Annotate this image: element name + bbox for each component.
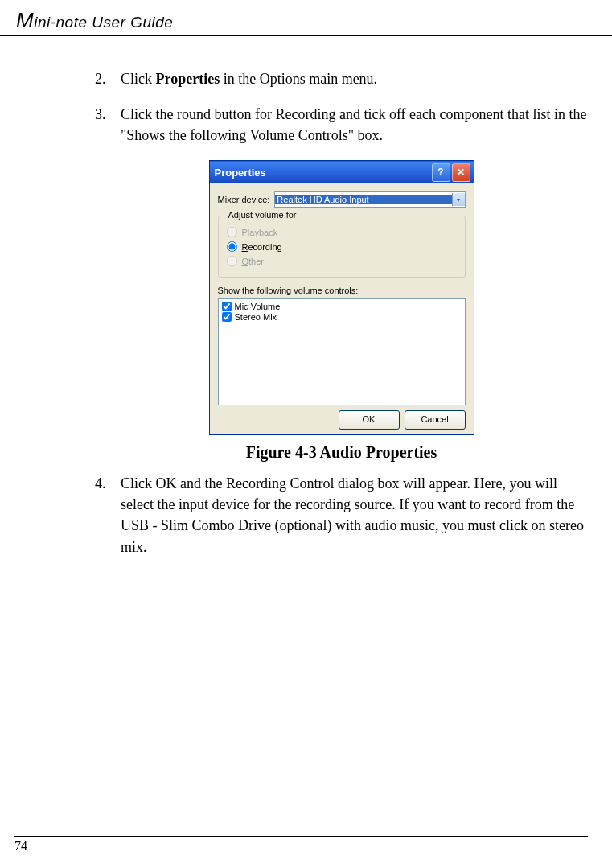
properties-dialog: Properties ? ✕ Mixer device: Realtek HD … xyxy=(209,160,474,435)
step-number: 4. xyxy=(95,473,121,557)
window-title: Properties xyxy=(215,167,430,179)
checkbox-mic-input[interactable] xyxy=(222,302,232,311)
dialog-container: Properties ? ✕ Mixer device: Realtek HD … xyxy=(95,160,588,435)
checkbox-mic-label: Mic Volume xyxy=(235,302,281,311)
radio-other: Other xyxy=(227,256,457,266)
step-text: Click Properties in the Options main men… xyxy=(121,68,588,89)
radio-playback: Playback xyxy=(227,227,457,237)
step-text: Click OK and the Recording Control dialo… xyxy=(121,473,588,557)
mixer-device-label: Mixer device: xyxy=(218,195,270,204)
dialog-body: Mixer device: Realtek HD Audio Input ▾ A… xyxy=(210,183,474,434)
step-text: Click the round button for Recording and… xyxy=(121,104,588,146)
show-controls-label: Show the following volume controls: xyxy=(218,286,466,295)
radio-other-input xyxy=(227,256,237,266)
figure-caption: Figure 4-3 Audio Properties xyxy=(95,443,588,462)
ok-button[interactable]: OK xyxy=(339,410,400,430)
checkbox-mic-volume[interactable]: Mic Volume xyxy=(222,302,462,311)
content: 2. Click Properties in the Options main … xyxy=(0,36,612,557)
cancel-button[interactable]: Cancel xyxy=(405,410,466,430)
help-icon[interactable]: ? xyxy=(432,163,450,182)
page-number: 74 xyxy=(14,839,27,853)
mixer-device-row: Mixer device: Realtek HD Audio Input ▾ xyxy=(218,191,466,208)
volume-controls-listbox[interactable]: Mic Volume Stereo Mix xyxy=(218,298,466,405)
step-2: 2. Click Properties in the Options main … xyxy=(95,68,588,89)
close-icon[interactable]: ✕ xyxy=(452,163,470,182)
mixer-device-value: Realtek HD Audio Input xyxy=(275,195,451,204)
group-title: Adjust volume for xyxy=(225,210,300,220)
checkbox-stereo-mix[interactable]: Stereo Mix xyxy=(222,312,462,322)
step-4: 4. Click OK and the Recording Control di… xyxy=(95,473,588,557)
step-number: 3. xyxy=(95,104,121,146)
page-header: Mini-note User Guide xyxy=(0,0,612,36)
radio-recording-input[interactable] xyxy=(227,241,237,252)
header-title: Mini-note User Guide xyxy=(16,8,588,33)
checkbox-stereo-label: Stereo Mix xyxy=(235,312,277,322)
chevron-down-icon[interactable]: ▾ xyxy=(452,193,465,206)
titlebar[interactable]: Properties ? ✕ xyxy=(210,161,474,183)
page-footer: 74 xyxy=(14,836,588,854)
step-number: 2. xyxy=(95,68,121,89)
radio-playback-input xyxy=(227,227,237,237)
mixer-device-select[interactable]: Realtek HD Audio Input ▾ xyxy=(274,191,465,208)
checkbox-stereo-input[interactable] xyxy=(222,312,232,322)
radio-recording[interactable]: Recording xyxy=(227,241,457,252)
adjust-volume-group: Adjust volume for Playback Recording xyxy=(218,216,466,278)
step-3: 3. Click the round button for Recording … xyxy=(95,104,588,146)
dialog-footer: OK Cancel xyxy=(218,405,466,430)
